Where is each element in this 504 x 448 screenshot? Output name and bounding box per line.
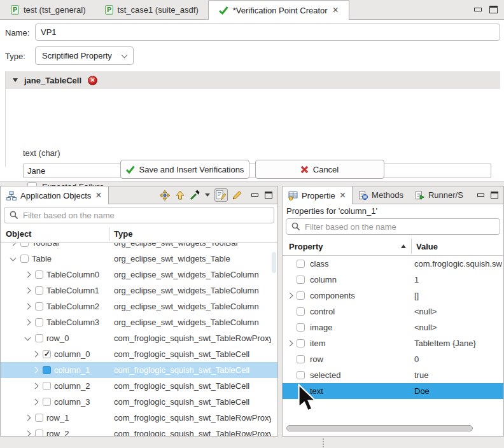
section-header[interactable]: jane_TableCell ✕ (6, 71, 500, 89)
expander-chevron-icon[interactable] (32, 351, 39, 358)
tab-test-general[interactable]: P test (tst_general) (1, 0, 95, 19)
expander-chevron-icon[interactable] (25, 431, 31, 436)
objects-filter-input[interactable] (23, 211, 269, 220)
close-icon[interactable]: × (332, 6, 339, 15)
tab-application-objects[interactable]: Application Objects × (1, 186, 109, 204)
object-tree-row[interactable]: TableColumn0 org_eclipse_swt_widgets_Tab… (1, 267, 277, 283)
expander-chevron-icon[interactable] (25, 415, 31, 421)
row-checkbox[interactable] (297, 276, 305, 284)
minimize-icon[interactable] (251, 193, 258, 197)
row-checkbox[interactable] (297, 260, 305, 268)
object-tree-row[interactable]: ToolBar org_eclipse_swt_widgets_ToolBar (1, 243, 277, 251)
expander-chevron-icon[interactable] (25, 304, 31, 310)
column-header-type[interactable]: Type (114, 229, 132, 239)
object-snooper-icon[interactable] (214, 188, 228, 202)
error-badge-icon: ✕ (88, 76, 97, 85)
row-checkbox[interactable] (43, 382, 51, 390)
properties-panel-tabbar: Propertie × M Methods Runner/S (283, 186, 503, 204)
row-checkbox[interactable] (35, 414, 43, 422)
expander-chevron-icon[interactable] (32, 367, 39, 374)
properties-filter-input[interactable] (305, 222, 494, 232)
row-checkbox[interactable] (297, 355, 305, 363)
row-checkbox[interactable] (297, 371, 305, 379)
expander-chevron-icon[interactable] (32, 399, 39, 405)
object-tree-row[interactable]: column_1 com_froglogic_squish_swt_TableC… (1, 362, 277, 378)
row-checkbox[interactable] (297, 291, 305, 300)
object-tree-row[interactable]: column_0 com_froglogic_squish_swt_TableC… (1, 346, 277, 362)
property-row[interactable]: image <null> (283, 319, 503, 335)
row-checkbox[interactable] (35, 270, 43, 279)
property-row[interactable]: row 0 (283, 351, 503, 367)
tab-runner-server-log[interactable]: Runner/S (409, 186, 469, 204)
object-tree-row[interactable]: column_2 com_froglogic_squish_swt_TableC… (1, 378, 277, 394)
property-row[interactable]: item TableItem {Jane} (283, 335, 503, 351)
minimize-icon[interactable] (474, 8, 482, 11)
svg-text:P: P (13, 6, 17, 13)
object-tree-row[interactable]: row_2 com_froglogic_squish_swt_TableRowP… (1, 426, 277, 436)
expander-chevron-icon[interactable] (25, 272, 31, 278)
row-checkbox[interactable] (35, 334, 43, 342)
close-icon[interactable]: × (339, 191, 346, 200)
tab-methods[interactable]: M Methods (353, 186, 409, 204)
tab-verification-point-creator[interactable]: *Verification Point Creator × (208, 0, 349, 20)
pick-object-icon[interactable] (158, 189, 171, 202)
row-checkbox[interactable] (35, 430, 43, 436)
row-checkbox[interactable] (20, 243, 29, 247)
row-checkbox[interactable] (20, 255, 29, 263)
name-input[interactable] (35, 24, 500, 41)
expander-chevron-icon[interactable] (32, 383, 39, 389)
expander-chevron-icon[interactable] (10, 255, 17, 261)
maximize-icon[interactable] (491, 192, 498, 199)
save-and-insert-button[interactable]: Save and Insert Verifications (120, 160, 249, 179)
object-tree-row[interactable]: row_1 com_froglogic_squish_swt_TableRowP… (1, 410, 277, 426)
type-dropdown[interactable]: Scriptified Property (35, 46, 134, 65)
object-tree-row[interactable]: TableColumn3 org_eclipse_swt_widgets_Tab… (1, 314, 277, 330)
property-row[interactable]: components [] (283, 288, 503, 304)
maximize-icon[interactable] (489, 6, 498, 13)
tab-tst-case1[interactable]: P tst_case1 (suite_asdf) (95, 0, 208, 19)
expander-chevron-icon[interactable] (287, 340, 293, 347)
horizontal-scrollbar-thumb[interactable] (286, 425, 473, 431)
column-divider[interactable] (411, 239, 412, 254)
expander-chevron-icon[interactable] (287, 293, 293, 299)
property-row[interactable]: column 1 (283, 272, 503, 288)
column-divider[interactable] (109, 227, 109, 241)
row-checkbox[interactable] (43, 350, 51, 358)
column-header-property[interactable]: Property (289, 242, 323, 251)
close-icon[interactable]: × (95, 191, 102, 200)
object-tree-row[interactable]: TableColumn2 org_eclipse_swt_widgets_Tab… (1, 298, 277, 314)
column-header-object[interactable]: Object (6, 229, 31, 239)
property-row[interactable]: class com.froglogic.squish.sw (283, 256, 503, 272)
tab-properties[interactable]: Propertie × (283, 186, 353, 204)
row-checkbox[interactable] (297, 339, 305, 347)
verification-point-editor: Name: Type: Scriptified Property jane_Ta… (0, 20, 504, 182)
row-checkbox[interactable] (35, 286, 43, 295)
row-checkbox[interactable] (43, 366, 51, 374)
expander-chevron-icon[interactable] (25, 319, 31, 326)
object-picker-icon[interactable] (189, 189, 201, 201)
expander-chevron-icon[interactable] (10, 243, 17, 246)
object-tree-row[interactable]: TableColumn1 org_eclipse_swt_widgets_Tab… (1, 283, 277, 298)
minimize-icon[interactable] (477, 193, 484, 197)
property-row[interactable]: control <null> (283, 304, 503, 319)
object-tree-row[interactable]: Table org_eclipse_swt_widgets_Table (1, 251, 277, 267)
move-up-icon[interactable] (174, 190, 186, 201)
maximize-icon[interactable] (265, 192, 272, 199)
vertical-scrollbar-thumb[interactable] (272, 252, 276, 273)
splitter-handle[interactable] (323, 438, 324, 447)
properties-subtitle: Properties for 'column_1' (283, 204, 503, 217)
edit-pencil-icon[interactable] (231, 189, 243, 201)
row-checkbox[interactable] (43, 398, 51, 406)
row-checkbox[interactable] (297, 307, 305, 316)
row-checkbox[interactable] (35, 318, 43, 326)
expander-chevron-icon[interactable] (25, 288, 31, 294)
cancel-button[interactable]: Cancel (255, 160, 384, 179)
row-checkbox[interactable] (35, 302, 43, 311)
object-tree-row[interactable]: column_3 com_froglogic_squish_swt_TableC… (1, 394, 277, 410)
row-checkbox[interactable] (297, 323, 305, 332)
picker-menu-chevron-icon[interactable] (204, 193, 211, 198)
object-tree-row[interactable]: row_0 com_froglogic_squish_swt_TableRowP… (1, 330, 277, 346)
property-row[interactable]: selected true (283, 367, 503, 383)
expander-chevron-icon[interactable] (25, 334, 31, 340)
column-header-value[interactable]: Value (416, 242, 438, 251)
